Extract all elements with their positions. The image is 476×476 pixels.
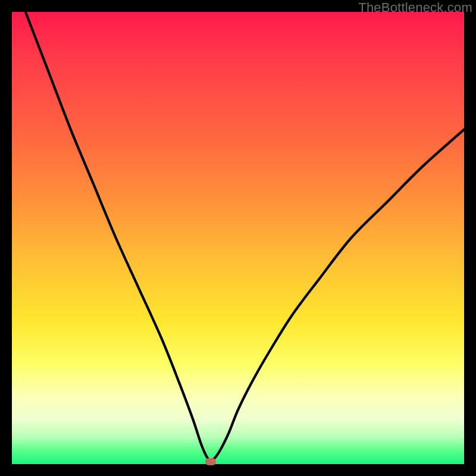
chart-frame: TheBottleneck.com <box>0 0 476 476</box>
bottleneck-curve <box>12 12 464 464</box>
plot-area <box>12 12 464 464</box>
optimal-point-marker <box>205 458 216 465</box>
